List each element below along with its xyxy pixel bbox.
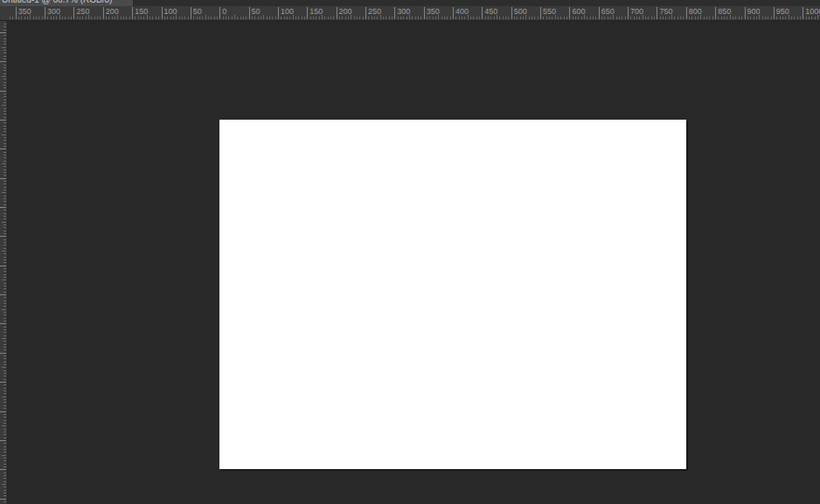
h-ruler-minor-tick [587,17,587,19]
h-ruler-minor-tick [302,17,302,19]
h-ruler-minor-tick [281,17,281,19]
h-ruler-minor-tick [143,17,144,19]
h-ruler-major-tick [278,7,279,19]
h-ruler-minor-tick [100,17,101,19]
h-ruler-minor-tick [91,17,92,19]
v-ruler-minor-tick [3,358,6,359]
v-ruler-minor-tick [2,425,6,426]
h-ruler-minor-tick [529,17,530,19]
h-ruler-minor-tick [671,15,672,19]
v-ruler-minor-tick [3,183,6,184]
h-ruler-minor-tick [815,17,816,19]
h-ruler-minor-tick [791,17,792,19]
v-ruler-minor-tick [3,332,6,333]
v-ruler-minor-tick [3,218,6,219]
v-ruler-minor-tick [3,312,6,313]
h-ruler-minor-tick [147,15,148,19]
v-ruler-major-tick [0,440,6,441]
h-ruler-minor-tick [380,15,381,19]
v-ruler-minor-tick [2,47,6,48]
v-ruler-minor-tick [3,303,6,304]
vertical-ruler[interactable] [0,21,8,504]
h-ruler-minor-tick [112,17,113,19]
h-ruler-minor-tick [71,17,72,19]
h-ruler-minor-tick [811,17,812,19]
h-ruler-minor-tick [377,17,378,19]
v-ruler-minor-tick [3,393,6,394]
h-ruler-minor-tick [575,17,576,19]
v-ruler-minor-tick [3,402,6,403]
h-ruler-minor-tick [473,17,474,19]
v-ruler-minor-tick [3,198,6,199]
document-tab-title: Untitled-1 @ 66.7% (RGB/8) [0,0,133,4]
h-ruler-minor-tick [636,17,637,19]
document-canvas[interactable] [219,120,686,469]
v-ruler-minor-tick [3,364,6,365]
h-ruler-minor-tick [558,17,559,19]
h-ruler-minor-tick [595,17,596,19]
v-ruler-minor-tick [3,111,6,112]
h-ruler-minor-tick [771,17,772,19]
v-ruler-minor-tick [3,201,6,202]
h-ruler-minor-tick [523,17,524,19]
v-ruler-minor-tick [3,59,6,59]
h-ruler-minor-tick [293,15,294,19]
h-ruler-minor-tick [12,17,13,19]
v-ruler-minor-tick [3,143,6,144]
v-ruler-minor-tick [3,102,6,103]
h-ruler-minor-tick [389,17,390,19]
h-ruler-minor-tick [267,17,268,19]
h-ruler-minor-tick [444,17,445,19]
h-ruler-minor-tick [678,17,678,19]
h-ruler-minor-tick [77,17,78,19]
h-ruler-minor-tick [27,17,28,19]
v-ruler-minor-tick [3,446,6,447]
h-ruler-minor-tick [10,17,10,19]
h-ruler-minor-tick [485,17,486,19]
v-ruler-minor-tick [2,192,6,193]
h-ruler-minor-tick [197,17,198,19]
h-ruler-minor-tick [718,17,719,19]
h-ruler-minor-tick [135,17,136,19]
v-ruler-minor-tick [3,458,6,459]
v-ruler-minor-tick [3,82,6,83]
v-ruler-minor-tick [3,373,6,374]
h-ruler-minor-tick [252,17,253,19]
v-ruler-minor-tick [3,388,6,389]
h-ruler-minor-tick [726,17,727,19]
v-ruler-minor-tick [3,26,6,27]
h-ruler-minor-tick [179,17,180,19]
v-ruler-minor-tick [3,204,6,205]
h-ruler-minor-tick [24,17,25,19]
v-ruler-minor-tick [2,135,6,135]
v-ruler-minor-tick [3,248,6,249]
h-ruler-minor-tick [33,17,34,19]
h-ruler-minor-tick [674,17,675,19]
h-ruler-minor-tick [630,17,631,19]
h-ruler-minor-tick [427,17,427,19]
v-ruler-minor-tick [3,50,6,51]
v-ruler-minor-tick [2,280,6,280]
v-ruler-minor-tick [2,338,6,339]
h-ruler-minor-tick [243,17,244,19]
v-ruler-minor-tick [3,460,6,461]
h-ruler-minor-tick [712,17,713,19]
document-tab[interactable]: Untitled-1 @ 66.7% (RGB/8) [0,0,133,6]
h-ruler-minor-tick [721,17,722,19]
h-ruler-minor-tick [645,17,646,19]
h-ruler-minor-tick [246,17,247,19]
h-ruler-minor-tick [429,17,430,19]
h-ruler-major-tick [394,7,395,19]
h-ruler-minor-tick [359,17,360,19]
h-ruler-minor-tick [313,17,314,19]
v-ruler-minor-tick [3,408,6,409]
v-ruler-minor-tick [3,210,6,211]
h-ruler-minor-tick [747,17,748,19]
horizontal-ruler[interactable]: 3503002502001501005005010015020025030035… [0,6,820,21]
v-ruler-major-tick [0,323,6,324]
h-ruler-minor-tick [354,17,355,19]
h-ruler-minor-tick [322,15,323,19]
h-ruler-minor-tick [342,17,343,19]
h-ruler-major-tick [307,7,308,19]
v-ruler-minor-tick [3,79,6,79]
